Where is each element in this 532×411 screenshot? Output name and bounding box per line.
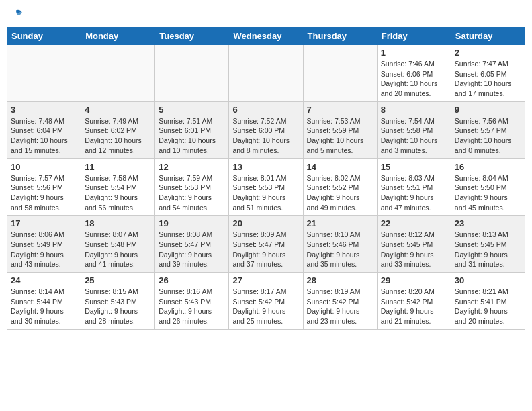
calendar-cell: 16Sunrise: 8:04 AMSunset: 5:50 PMDayligh… <box>451 158 525 216</box>
day-info: Sunrise: 8:03 AMSunset: 5:51 PMDaylight:… <box>381 173 447 213</box>
day-number: 7 <box>307 105 373 115</box>
day-info: Sunrise: 8:16 AMSunset: 5:43 PMDaylight:… <box>159 287 225 326</box>
day-info: Sunrise: 7:49 AMSunset: 6:02 PMDaylight:… <box>85 116 151 156</box>
day-number: 10 <box>11 162 77 172</box>
calendar-cell: 12Sunrise: 7:59 AMSunset: 5:53 PMDayligh… <box>155 158 229 216</box>
weekday-header-thursday: Thursday <box>303 28 377 45</box>
calendar-cell: 22Sunrise: 8:12 AMSunset: 5:45 PMDayligh… <box>377 216 451 273</box>
day-number: 24 <box>11 275 77 285</box>
calendar-cell: 9Sunrise: 7:56 AMSunset: 5:57 PMDaylight… <box>451 101 525 158</box>
weekday-header-tuesday: Tuesday <box>155 28 229 45</box>
day-info: Sunrise: 7:57 AMSunset: 5:56 PMDaylight:… <box>11 173 77 213</box>
day-number: 23 <box>455 218 521 228</box>
calendar-cell: 8Sunrise: 7:54 AMSunset: 5:58 PMDaylight… <box>377 101 451 158</box>
day-number: 17 <box>11 218 77 228</box>
calendar-cell: 27Sunrise: 8:17 AMSunset: 5:42 PMDayligh… <box>229 273 303 330</box>
calendar-week-1: 1Sunrise: 7:46 AMSunset: 6:06 PMDaylight… <box>7 45 525 102</box>
weekday-header-monday: Monday <box>81 28 155 45</box>
day-info: Sunrise: 8:15 AMSunset: 5:43 PMDaylight:… <box>85 287 151 326</box>
calendar-cell: 19Sunrise: 8:08 AMSunset: 5:47 PMDayligh… <box>155 216 229 273</box>
calendar-cell <box>155 45 229 102</box>
calendar-cell: 10Sunrise: 7:57 AMSunset: 5:56 PMDayligh… <box>7 158 81 216</box>
calendar-week-2: 3Sunrise: 7:48 AMSunset: 6:04 PMDaylight… <box>7 101 525 158</box>
logo-bird-icon <box>8 7 24 23</box>
calendar-cell: 1Sunrise: 7:46 AMSunset: 6:06 PMDaylight… <box>377 45 451 102</box>
calendar-cell: 18Sunrise: 8:07 AMSunset: 5:48 PMDayligh… <box>81 216 155 273</box>
day-number: 8 <box>381 105 447 115</box>
calendar-cell: 11Sunrise: 7:58 AMSunset: 5:54 PMDayligh… <box>81 158 155 216</box>
day-number: 5 <box>159 105 225 115</box>
calendar-cell: 13Sunrise: 8:01 AMSunset: 5:53 PMDayligh… <box>229 158 303 216</box>
day-info: Sunrise: 8:13 AMSunset: 5:45 PMDaylight:… <box>455 230 521 269</box>
day-number: 26 <box>159 275 225 285</box>
day-number: 4 <box>85 105 151 115</box>
calendar-cell <box>81 45 155 102</box>
day-info: Sunrise: 7:46 AMSunset: 6:06 PMDaylight:… <box>381 59 447 99</box>
day-info: Sunrise: 8:21 AMSunset: 5:41 PMDaylight:… <box>455 287 521 326</box>
day-number: 3 <box>11 105 77 115</box>
day-number: 27 <box>232 275 299 285</box>
day-info: Sunrise: 8:17 AMSunset: 5:42 PMDaylight:… <box>232 287 299 326</box>
day-number: 25 <box>85 275 151 285</box>
day-number: 20 <box>232 218 299 228</box>
day-info: Sunrise: 8:19 AMSunset: 5:42 PMDaylight:… <box>307 287 373 326</box>
day-number: 18 <box>85 218 151 228</box>
calendar-cell: 14Sunrise: 8:02 AMSunset: 5:52 PMDayligh… <box>303 158 377 216</box>
calendar-cell <box>303 45 377 102</box>
day-number: 28 <box>307 275 373 285</box>
day-number: 15 <box>381 162 447 172</box>
calendar-cell: 29Sunrise: 8:20 AMSunset: 5:42 PMDayligh… <box>377 273 451 330</box>
calendar-cell: 5Sunrise: 7:51 AMSunset: 6:01 PMDaylight… <box>155 101 229 158</box>
day-number: 22 <box>381 218 447 228</box>
weekday-header-saturday: Saturday <box>451 28 525 45</box>
day-info: Sunrise: 8:10 AMSunset: 5:46 PMDaylight:… <box>307 230 373 269</box>
calendar-cell: 20Sunrise: 8:09 AMSunset: 5:47 PMDayligh… <box>229 216 303 273</box>
day-info: Sunrise: 7:52 AMSunset: 6:00 PMDaylight:… <box>232 116 299 156</box>
calendar-week-4: 17Sunrise: 8:06 AMSunset: 5:49 PMDayligh… <box>7 216 525 273</box>
day-number: 19 <box>159 218 225 228</box>
calendar-cell: 28Sunrise: 8:19 AMSunset: 5:42 PMDayligh… <box>303 273 377 330</box>
calendar-cell: 23Sunrise: 8:13 AMSunset: 5:45 PMDayligh… <box>451 216 525 273</box>
weekday-header-friday: Friday <box>377 28 451 45</box>
logo <box>7 7 24 23</box>
page-header <box>7 7 525 23</box>
day-info: Sunrise: 7:48 AMSunset: 6:04 PMDaylight:… <box>11 116 77 156</box>
day-number: 29 <box>381 275 447 285</box>
calendar-cell: 7Sunrise: 7:53 AMSunset: 5:59 PMDaylight… <box>303 101 377 158</box>
calendar-cell: 30Sunrise: 8:21 AMSunset: 5:41 PMDayligh… <box>451 273 525 330</box>
day-info: Sunrise: 8:09 AMSunset: 5:47 PMDaylight:… <box>232 230 299 269</box>
day-number: 30 <box>455 275 521 285</box>
calendar-week-3: 10Sunrise: 7:57 AMSunset: 5:56 PMDayligh… <box>7 158 525 216</box>
calendar-cell: 2Sunrise: 7:47 AMSunset: 6:05 PMDaylight… <box>451 45 525 102</box>
calendar-table: SundayMondayTuesdayWednesdayThursdayFrid… <box>7 27 525 330</box>
day-info: Sunrise: 8:08 AMSunset: 5:47 PMDaylight:… <box>159 230 225 269</box>
calendar-cell: 15Sunrise: 8:03 AMSunset: 5:51 PMDayligh… <box>377 158 451 216</box>
day-info: Sunrise: 8:01 AMSunset: 5:53 PMDaylight:… <box>232 173 299 213</box>
calendar-cell: 24Sunrise: 8:14 AMSunset: 5:44 PMDayligh… <box>7 273 81 330</box>
calendar-week-5: 24Sunrise: 8:14 AMSunset: 5:44 PMDayligh… <box>7 273 525 330</box>
day-info: Sunrise: 8:12 AMSunset: 5:45 PMDaylight:… <box>381 230 447 269</box>
day-number: 1 <box>381 48 447 58</box>
day-number: 16 <box>455 162 521 172</box>
day-info: Sunrise: 8:04 AMSunset: 5:50 PMDaylight:… <box>455 173 521 213</box>
day-info: Sunrise: 7:56 AMSunset: 5:57 PMDaylight:… <box>455 116 521 156</box>
day-number: 21 <box>307 218 373 228</box>
day-info: Sunrise: 8:06 AMSunset: 5:49 PMDaylight:… <box>11 230 77 269</box>
day-number: 9 <box>455 105 521 115</box>
day-info: Sunrise: 7:51 AMSunset: 6:01 PMDaylight:… <box>159 116 225 156</box>
day-info: Sunrise: 8:07 AMSunset: 5:48 PMDaylight:… <box>85 230 151 269</box>
calendar-cell: 25Sunrise: 8:15 AMSunset: 5:43 PMDayligh… <box>81 273 155 330</box>
calendar-cell: 3Sunrise: 7:48 AMSunset: 6:04 PMDaylight… <box>7 101 81 158</box>
day-number: 14 <box>307 162 373 172</box>
weekday-header-row: SundayMondayTuesdayWednesdayThursdayFrid… <box>7 28 525 45</box>
day-info: Sunrise: 7:58 AMSunset: 5:54 PMDaylight:… <box>85 173 151 213</box>
day-number: 12 <box>159 162 225 172</box>
day-info: Sunrise: 7:54 AMSunset: 5:58 PMDaylight:… <box>381 116 447 156</box>
day-number: 2 <box>455 48 521 58</box>
day-number: 6 <box>232 105 299 115</box>
day-info: Sunrise: 8:20 AMSunset: 5:42 PMDaylight:… <box>381 287 447 326</box>
day-number: 13 <box>232 162 299 172</box>
day-info: Sunrise: 7:59 AMSunset: 5:53 PMDaylight:… <box>159 173 225 213</box>
day-number: 11 <box>85 162 151 172</box>
weekday-header-sunday: Sunday <box>7 28 81 45</box>
